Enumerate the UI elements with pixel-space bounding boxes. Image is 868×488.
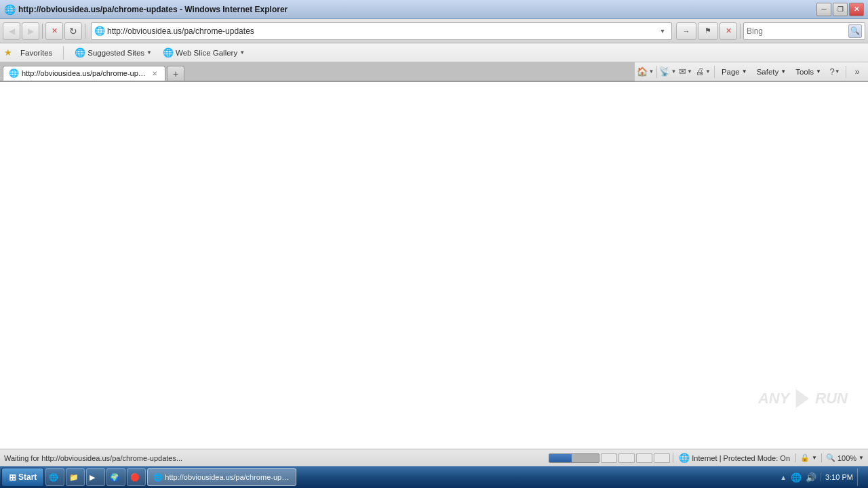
feeds-cmd-chevron-icon: ▼ (671, 68, 676, 75)
address-input[interactable] (107, 26, 656, 36)
window-title: http://obviousidea.us/pa/chrome-updates … (18, 5, 816, 14)
page-menu-chevron-icon: ▼ (742, 68, 747, 75)
ie-taskbar-icon: 🌐 (49, 473, 58, 482)
restore-button[interactable]: ❐ (833, 3, 848, 16)
print-cmd-button[interactable]: 🖨 ▼ (695, 64, 711, 80)
web-slice-chevron-icon: ▼ (239, 49, 245, 56)
zoom-chevron-icon: ▼ (859, 455, 864, 461)
expand-cmd-button[interactable]: » (849, 64, 865, 80)
network-tray-icon[interactable]: 🌐 (791, 472, 802, 483)
nav-separator-2 (85, 24, 85, 39)
compatibility-button[interactable]: ⚑ (698, 22, 718, 40)
start-button[interactable]: ⊞ Start (1, 468, 44, 487)
minimize-button[interactable]: ─ (816, 3, 831, 16)
taskbar-ie-icon[interactable]: 🌐 (45, 468, 64, 486)
status-segment-1 (601, 453, 617, 463)
media-taskbar-icon: ▶ (90, 473, 95, 482)
volume-tray-icon[interactable]: 🔊 (806, 472, 816, 483)
tab-close-0[interactable]: ✕ (150, 68, 159, 78)
zone-icon: 🌐 (679, 453, 690, 463)
safety-menu-button[interactable]: Safety ▼ (753, 66, 791, 77)
go-button[interactable]: → (676, 22, 696, 40)
taskbar-ie-window-label: http://obviousidea.us/pa/chrome-update..… (165, 473, 290, 481)
feeds-cmd-button[interactable]: 📡 ▼ (660, 64, 676, 80)
feeds-cmd-icon: 📡 (659, 66, 670, 77)
security-taskbar-icon: 🛑 (130, 473, 140, 482)
show-desktop-button[interactable] (857, 468, 863, 486)
nav-toolbar: ◀ ▶ ✕ ↻ 🌐 ▼ → ⚑ ✕ 🔍 (0, 19, 868, 43)
browser-tab-0[interactable]: 🌐 http://obviousidea.us/pa/chrome-update… (3, 66, 165, 81)
cmd-separator-2 (714, 66, 715, 78)
tab-label-0: http://obviousidea.us/pa/chrome-updates (22, 69, 147, 77)
page-menu-button[interactable]: Page ▼ (717, 66, 751, 77)
title-bar: 🌐 http://obviousidea.us/pa/chrome-update… (0, 0, 868, 19)
tray-arrow-icon[interactable]: ▲ (780, 474, 787, 481)
back-button[interactable]: ◀ (3, 22, 20, 40)
search-container: 🔍 (743, 22, 865, 40)
status-zoom: 🔍 100% ▼ (821, 453, 868, 462)
status-segment-2 (618, 453, 635, 463)
help-chevron-icon: ▼ (835, 68, 840, 75)
safety-menu-chevron-icon: ▼ (781, 68, 786, 75)
safety-menu-label: Safety (757, 68, 779, 76)
progress-bar (549, 453, 599, 463)
forward-button[interactable]: ▶ (22, 22, 39, 40)
help-icon: ? (829, 66, 834, 77)
tab-command-row: 🌐 http://obviousidea.us/pa/chrome-update… (0, 62, 868, 82)
suggested-sites-item[interactable]: 🌐 Suggested Sites ▼ (72, 46, 155, 59)
security-icon: 🔒 (800, 453, 810, 462)
close-button[interactable]: ✕ (849, 3, 864, 16)
expand-cmd-icon: » (854, 66, 859, 77)
address-dropdown-button[interactable]: ▼ (656, 23, 669, 39)
address-icon: 🌐 (94, 26, 105, 37)
new-tab-button[interactable]: + (167, 66, 184, 81)
web-slice-icon: 🌐 (163, 47, 174, 58)
taskbar-security-icon[interactable]: 🛑 (127, 468, 146, 486)
nav-separator-1 (42, 24, 43, 39)
mail-cmd-chevron-icon: ▼ (687, 68, 692, 75)
help-button[interactable]: ? ▼ (827, 64, 843, 80)
tools-menu-button[interactable]: Tools ▼ (791, 66, 825, 77)
cmd-separator-3 (846, 66, 846, 78)
home-cmd-button[interactable]: 🏠 ▼ (637, 64, 654, 80)
print-cmd-icon: 🖨 (696, 66, 705, 77)
status-text: Waiting for http://obviousidea.us/pa/chr… (0, 454, 546, 462)
tab-icon-0: 🌐 (9, 68, 19, 78)
windows-logo-icon: ⊞ (9, 472, 16, 483)
refresh-button[interactable]: ↻ (64, 22, 82, 40)
taskbar-media-icon[interactable]: ▶ (86, 468, 105, 486)
taskbar-clock[interactable]: 3:10 PM (821, 473, 853, 481)
zoom-label: 100% (837, 454, 856, 462)
zoom-icon: 🔍 (826, 453, 835, 462)
search-button[interactable]: 🔍 (848, 24, 862, 38)
favorites-star-icon: ★ (4, 47, 12, 58)
clock-time: 3:10 PM (825, 473, 853, 481)
mail-cmd-icon: ✉ (679, 66, 686, 77)
print-cmd-chevron-icon: ▼ (705, 68, 711, 75)
taskbar-active-window[interactable]: 🌐 http://obviousidea.us/pa/chrome-update… (147, 468, 296, 486)
suggested-sites-label: Suggested Sites (87, 49, 144, 57)
anyrun-watermark: ANY RUN (758, 389, 848, 408)
stop-x-button[interactable]: ✕ (719, 22, 737, 40)
favorites-label: Favorites (20, 49, 52, 57)
favorites-button[interactable]: Favorites (18, 47, 55, 58)
nav-separator-3 (740, 24, 741, 39)
search-input[interactable] (747, 26, 848, 36)
suggested-sites-icon: 🌐 (75, 47, 85, 58)
taskbar-right: ▲ 🌐 🔊 3:10 PM (776, 468, 867, 486)
web-slice-item[interactable]: 🌐 Web Slice Gallery ▼ (160, 46, 248, 59)
page-menu-label: Page (722, 68, 740, 76)
home-cmd-icon: 🏠 (637, 66, 648, 77)
taskbar-explorer-icon[interactable]: 📁 (66, 468, 85, 486)
taskbar-ie-window-icon: 🌐 (153, 473, 163, 482)
taskbar-browser-icon[interactable]: 🌍 (106, 468, 125, 486)
tools-menu-label: Tools (795, 68, 814, 76)
browser2-taskbar-icon: 🌍 (110, 473, 119, 482)
cmd-separator-1 (656, 66, 657, 78)
status-segment-4 (654, 453, 670, 463)
tab-bar: 🌐 http://obviousidea.us/pa/chrome-update… (0, 62, 635, 81)
stop-button[interactable]: ✕ (45, 22, 63, 40)
status-progress-area (546, 453, 673, 463)
start-label: Start (18, 472, 37, 482)
mail-cmd-button[interactable]: ✉ ▼ (677, 64, 694, 80)
